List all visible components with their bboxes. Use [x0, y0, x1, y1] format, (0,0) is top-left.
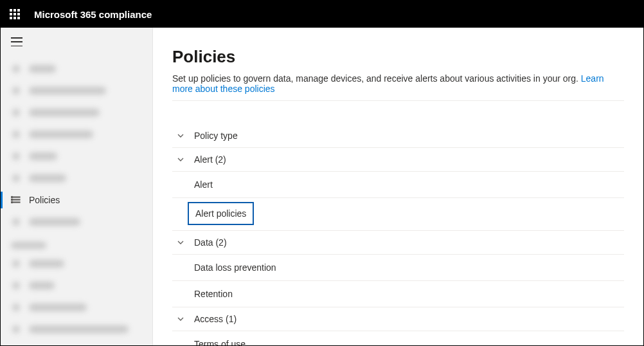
nav-item-blurred — [1, 275, 152, 296]
global-header: Microsoft 365 compliance — [1, 1, 643, 28]
page-title: Policies — [172, 47, 624, 67]
chevron-down-icon — [176, 314, 185, 323]
nav-item-blurred — [1, 296, 152, 318]
nav-item-blurred — [1, 318, 152, 340]
nav-item-blurred — [1, 211, 152, 233]
page-description: Set up policies to govern data, manage d… — [172, 73, 624, 101]
nav-item-blurred — [1, 58, 152, 80]
left-nav: Policies — [1, 28, 153, 345]
chevron-down-icon — [176, 155, 185, 164]
nav-item-blurred — [1, 145, 152, 167]
policy-item-alert-policies[interactable]: Alert policies — [188, 202, 254, 225]
policy-item-terms[interactable]: Terms of use — [172, 331, 624, 345]
policy-item-retention[interactable]: Retention — [172, 281, 624, 307]
chevron-down-icon — [176, 238, 185, 247]
policy-item-alert[interactable]: Alert — [172, 172, 624, 198]
main-content: Policies Set up policies to govern data,… — [153, 28, 643, 345]
nav-item-blurred — [1, 253, 152, 275]
policy-item-dlp[interactable]: Data loss prevention — [172, 255, 624, 281]
group-alert[interactable]: Alert (2) — [172, 148, 624, 172]
svg-rect-0 — [12, 197, 20, 197]
chevron-down-icon — [176, 131, 185, 140]
policies-icon — [11, 195, 21, 205]
app-title: Microsoft 365 compliance — [34, 9, 152, 20]
nav-section-header — [1, 233, 152, 253]
nav-item-blurred — [1, 123, 152, 145]
nav-item-blurred — [1, 80, 152, 102]
nav-item-blurred — [1, 102, 152, 123]
app-launcher-icon[interactable] — [10, 9, 20, 19]
group-access[interactable]: Access (1) — [172, 307, 624, 331]
nav-item-label: Policies — [29, 195, 60, 205]
group-data[interactable]: Data (2) — [172, 231, 624, 255]
nav-item-blurred — [1, 167, 152, 189]
svg-rect-1 — [12, 199, 20, 200]
svg-rect-2 — [12, 202, 20, 203]
column-header-policy-type[interactable]: Policy type — [172, 124, 624, 148]
nav-toggle-icon[interactable] — [11, 37, 22, 46]
nav-item-policies[interactable]: Policies — [1, 189, 152, 211]
